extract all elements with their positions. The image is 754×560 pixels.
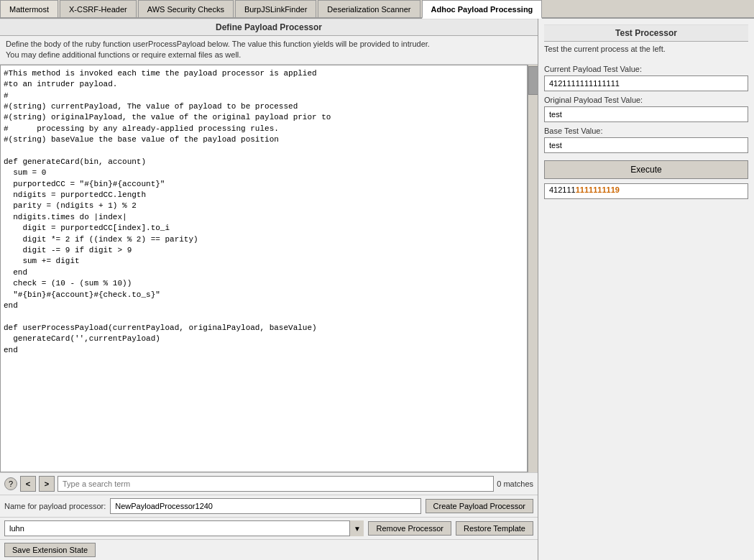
name-row: Name for payload processor: Create Paylo… (0, 495, 538, 517)
current-payload-label: Current Payload Test Value: (544, 65, 748, 73)
tab-deserialization[interactable]: Deserialization Scanner (318, 0, 420, 17)
scrollbar-vertical[interactable] (528, 65, 538, 472)
result-highlight: 1111111119 (576, 185, 620, 194)
right-panel: Test Processor Test the current process … (538, 19, 754, 560)
left-panel: Define Payload Processor Define the body… (0, 19, 538, 560)
define-processor-header: Define Payload Processor (0, 19, 538, 36)
tab-aws[interactable]: AWS Security Checks (138, 0, 234, 17)
name-label: Name for payload processor: (4, 502, 106, 510)
test-description: Test the current process at the left. (544, 42, 748, 56)
search-input[interactable] (58, 476, 494, 492)
original-payload-input[interactable] (544, 106, 748, 122)
prev-button[interactable]: < (20, 476, 36, 492)
create-payload-processor-button[interactable]: Create Payload Processor (426, 499, 533, 513)
processor-select-wrapper: luhn ▼ (4, 520, 364, 536)
tab-burp[interactable]: BurpJSLinkFinder (235, 0, 316, 17)
execute-button[interactable]: Execute (544, 160, 748, 179)
name-input[interactable] (110, 498, 420, 514)
tab-xcsrf[interactable]: X-CSRF-Header (60, 0, 137, 17)
description-area: Define the body of the ruby function use… (0, 36, 538, 65)
save-row: Save Extension State (0, 539, 538, 560)
base-test-input[interactable] (544, 137, 748, 153)
remove-processor-button[interactable]: Remove Processor (368, 521, 451, 536)
scrollbar-thumb[interactable] (528, 66, 538, 95)
match-count: 0 matches (497, 479, 533, 488)
processor-select[interactable]: luhn (4, 520, 364, 536)
code-editor[interactable] (0, 65, 528, 472)
next-button[interactable]: > (39, 476, 55, 492)
result-output: 4121111111111119 (544, 183, 748, 199)
restore-template-button[interactable]: Restore Template (456, 521, 533, 536)
tab-adhoc[interactable]: Adhoc Payload Processing (422, 0, 543, 19)
save-extension-state-button[interactable]: Save Extension State (4, 543, 96, 557)
processor-row: luhn ▼ Remove Processor Restore Template (0, 517, 538, 539)
base-test-label: Base Test Value: (544, 127, 748, 135)
code-area-wrapper (0, 65, 538, 472)
search-toolbar: ? < > 0 matches (0, 472, 538, 495)
main-area: Define Payload Processor Define the body… (0, 19, 754, 560)
original-payload-label: Original Payload Test Value: (544, 96, 748, 104)
tab-bar: Mattermost X-CSRF-Header AWS Security Ch… (0, 0, 754, 19)
tab-mattermost[interactable]: Mattermost (0, 0, 58, 17)
description-line1: Define the body of the ruby function use… (6, 39, 532, 50)
help-icon[interactable]: ? (4, 477, 17, 490)
result-normal: 412111 (549, 185, 576, 194)
description-line2: You may define additional functions or r… (6, 50, 532, 60)
current-payload-input[interactable] (544, 75, 748, 91)
test-processor-header: Test Processor (544, 24, 748, 42)
